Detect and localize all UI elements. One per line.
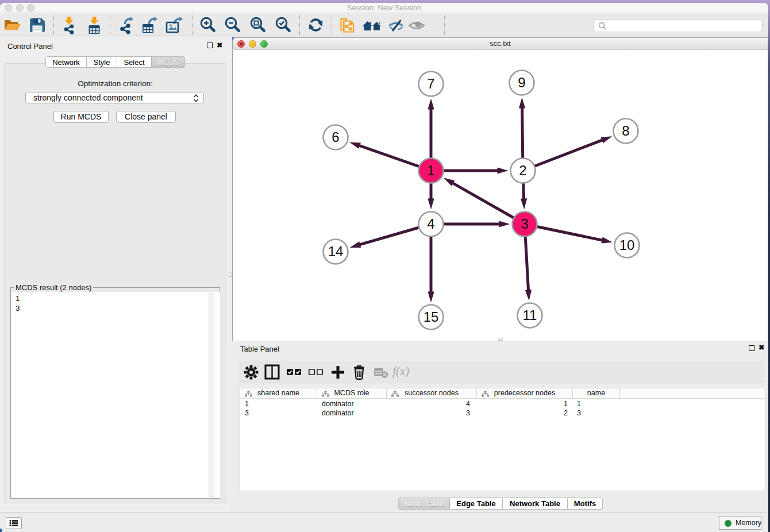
svg-text:8: 8 [622,123,629,138]
svg-text:9: 9 [518,75,525,90]
svg-text:6: 6 [332,129,339,145]
svg-text:3: 3 [521,216,528,232]
svg-text:15: 15 [424,309,439,325]
svg-text:4: 4 [427,216,434,232]
svg-text:1: 1 [427,163,434,178]
svg-text:11: 11 [523,307,537,323]
svg-text:7: 7 [427,76,434,91]
svg-text:14: 14 [328,244,344,259]
svg-text:10: 10 [619,237,635,253]
svg-text:2: 2 [519,163,526,178]
